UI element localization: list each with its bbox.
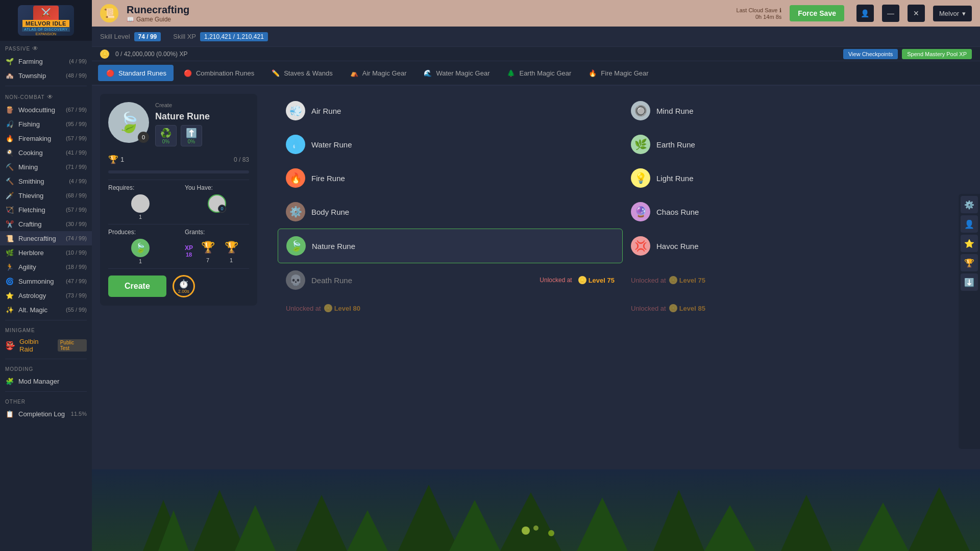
rune-item-death-rune: 💀 Death Rune Unlocked at 🪙 Level 75 [278, 263, 623, 297]
skill-xp-badge: 1,210,421 / 1,210,421 [200, 32, 268, 41]
mastery-progress-row: 🏆 1 0 / 83 [108, 155, 249, 164]
sidebar-item-cooking[interactable]: 🍳 Cooking (41 / 99) [0, 145, 92, 160]
rune-item-nature-rune[interactable]: 🍃 Nature Rune [278, 229, 623, 263]
skill-level-badge: 74 / 99 [134, 32, 161, 41]
xp-grant: XP 18 [185, 244, 193, 258]
sidebar-item-runecrafting[interactable]: 📜 Runecrafting (74 / 99) [0, 231, 92, 245]
create-label: Create [155, 102, 210, 108]
tab-earth-magic-gear[interactable]: 🌲Earth Magic Gear [499, 65, 578, 81]
sidebar-item-summoning[interactable]: 🌀 Summoning (47 / 99) [0, 274, 92, 288]
chevron-float-button[interactable]: ⬇️ [961, 273, 978, 291]
rune-item-12: Unlocked at 🪙 Level 80 [278, 297, 623, 319]
settings-float-button[interactable]: ⚙️ [961, 196, 978, 213]
xp-progress-text: 0 / 42,000,000 (0.00%) XP [115, 51, 837, 58]
sidebar-item-firemaking[interactable]: 🔥 Firemaking (57 / 99) [0, 131, 92, 145]
content-area: 🍃 0 Create Nature Rune ♻️ 0% [92, 86, 980, 469]
create-button[interactable]: Create [108, 276, 166, 297]
floating-buttons: ⚙️ 👤 ⭐ 🏆 ⬇️ [959, 194, 980, 449]
sidebar-item-herblore[interactable]: 🌿 Herblore (10 / 99) [0, 245, 92, 260]
minigame-section-label: MINIGAME [0, 323, 92, 335]
game-guide-link[interactable]: 📖 Game Guide [127, 16, 189, 23]
tab-staves-wands[interactable]: ✏️Staves & Wands [263, 65, 340, 81]
skill-title: Runecrafting [127, 4, 189, 16]
top-header: 📜 Runecrafting 📖 Game Guide Last Cloud S… [92, 0, 980, 27]
tab-air-magic-gear[interactable]: ⛺Air Magic Gear [342, 65, 414, 81]
grants-label: Grants: [185, 229, 249, 236]
sidebar-item-thieving[interactable]: 🗡️ Thieving (68 / 99) [0, 188, 92, 203]
sidebar-item-completion-log[interactable]: 📋 Completion Log 11.5% [0, 407, 92, 421]
logo[interactable]: ⚔️ MELVOR IDLE ATLAS OF DISCOVERY EXPANS… [0, 0, 92, 41]
tab-fire-magic-gear[interactable]: 🔥Fire Magic Gear [580, 65, 655, 81]
craft-recycle-button[interactable]: ♻️ 0% [155, 125, 177, 146]
spend-mastery-button[interactable]: Spend Mastery Pool XP [902, 49, 972, 59]
you-have-label: You Have: [185, 184, 249, 191]
other-section-label: OTHER [0, 395, 92, 407]
main-content: 📜 Runecrafting 📖 Game Guide Last Cloud S… [92, 0, 980, 551]
sidebar-item-astrology[interactable]: ⭐ Astrology (73 / 99) [0, 288, 92, 303]
header-user-dropdown[interactable]: Melvor ▾ [933, 6, 972, 21]
force-save-button[interactable]: Force Save [790, 5, 844, 21]
sidebar-item-woodcutting[interactable]: 🪵 Woodcutting (67 / 99) [0, 103, 92, 117]
craft-upgrade-button[interactable]: ⬆️ 0% [181, 125, 202, 146]
sidebar: ⚔️ MELVOR IDLE ATLAS OF DISCOVERY EXPANS… [0, 0, 92, 551]
header-person-button[interactable]: 👤 [856, 5, 874, 22]
nav-tabs: 🔴Standard Runes🔴Combination Runes✏️Stave… [92, 61, 980, 86]
rune-item-body-rune[interactable]: ⚙️ Body Rune [278, 195, 623, 229]
tab-combination-runes[interactable]: 🔴Combination Runes [176, 65, 261, 81]
runes-panel: 💨 Air Rune 🔘 Mind Rune 💧 Water Rune 🌿 Ea… [265, 86, 980, 469]
rune-item-11: Unlocked at 🪙 Level 75 [623, 263, 968, 297]
header-close-button[interactable]: ✕ [908, 5, 925, 22]
sidebar-item-smithing[interactable]: 🔨 Smithing (4 / 99) [0, 174, 92, 188]
cloud-save-info: Last Cloud Save ℹ 0h 14m 8s [737, 7, 782, 20]
craft-timer: ⏱️ 2.00s [173, 275, 195, 297]
skill-bar: Skill Level 74 / 99 Skill XP 1,210,421 /… [92, 27, 980, 47]
star-float-button[interactable]: ⭐ [961, 235, 978, 252]
mastery-progress-bar [108, 170, 249, 173]
rune-item-fire-rune[interactable]: 🔥 Fire Rune [278, 161, 623, 195]
profile-float-button[interactable]: 👤 [961, 215, 978, 233]
craft-card: 🍃 0 Create Nature Rune ♻️ 0% [100, 94, 257, 306]
svg-point-18 [548, 530, 554, 536]
rune-item-earth-rune[interactable]: 🌿 Earth Rune [623, 128, 968, 161]
skill-xp-display: Skill XP 1,210,421 / 1,210,421 [173, 32, 268, 41]
have-item: 0 [185, 194, 249, 213]
requires-label: Requires: [108, 184, 173, 191]
sidebar-item-fletching[interactable]: 🏹 Fletching (57 / 99) [0, 203, 92, 217]
sidebar-item-township[interactable]: 🏘️ Township (48 / 99) [0, 68, 92, 83]
background-scenery [92, 469, 980, 551]
tab-water-magic-gear[interactable]: 🌊Water Magic Gear [415, 65, 497, 81]
pool-grant: 🏆 1 [223, 239, 240, 263]
rune-item-mind-rune[interactable]: 🔘 Mind Rune [623, 94, 968, 128]
sidebar-item-mod-manager[interactable]: 🧩 Mod Manager [0, 374, 92, 388]
skill-icon: 📜 [100, 4, 118, 22]
non-combat-section-label: NON-COMBAT 👁 [0, 89, 92, 103]
produces-item: 🍃 1 [108, 239, 173, 264]
svg-point-16 [522, 527, 530, 535]
produces-label: Produces: [108, 229, 173, 236]
sidebar-item-farming[interactable]: 🌱 Farming (4 / 99) [0, 54, 92, 68]
rune-item-light-rune[interactable]: 💡 Light Rune [623, 161, 968, 195]
rune-item-air-rune[interactable]: 💨 Air Rune [278, 94, 623, 128]
sidebar-item-agility[interactable]: 🏃 Agility (18 / 99) [0, 260, 92, 274]
rune-item-water-rune[interactable]: 💧 Water Rune [278, 128, 623, 161]
header-menu-button[interactable]: — [882, 5, 899, 22]
rune-item-13: Unlocked at 🪙 Level 85 [623, 297, 968, 319]
sidebar-item-mining[interactable]: ⛏️ Mining (71 / 99) [0, 160, 92, 174]
xp-progress-row: 🪙 0 / 42,000,000 (0.00%) XP View Checkpo… [92, 47, 980, 61]
sidebar-item-alt-magic[interactable]: ✨ Alt. Magic (55 / 99) [0, 303, 92, 317]
craft-item-quantity: 0 [138, 132, 149, 143]
craft-panel: 🍃 0 Create Nature Rune ♻️ 0% [92, 86, 265, 469]
sidebar-item-crafting[interactable]: ✂️ Crafting (30 / 99) [0, 217, 92, 231]
rune-item-havoc-rune[interactable]: 💢 Havoc Rune [623, 229, 968, 263]
trophy-float-button[interactable]: 🏆 [961, 254, 978, 271]
tab-standard-runes[interactable]: 🔴Standard Runes [98, 65, 174, 81]
requires-item: 1 [108, 194, 173, 220]
mastery-grant: 🏆 7 [199, 239, 216, 263]
mastery-pool-coin: 🪙 [100, 49, 109, 59]
rune-item-chaos-rune[interactable]: 🔮 Chaos Rune [623, 195, 968, 229]
sidebar-item-fishing[interactable]: 🎣 Fishing (95 / 99) [0, 117, 92, 131]
view-checkpoints-button[interactable]: View Checkpoints [843, 49, 898, 59]
modding-section-label: MODDING [0, 362, 92, 374]
craft-item-name: Nature Rune [155, 111, 210, 122]
sidebar-item-golbin-raid[interactable]: 👺 Golbin Raid Public Test [0, 335, 92, 356]
